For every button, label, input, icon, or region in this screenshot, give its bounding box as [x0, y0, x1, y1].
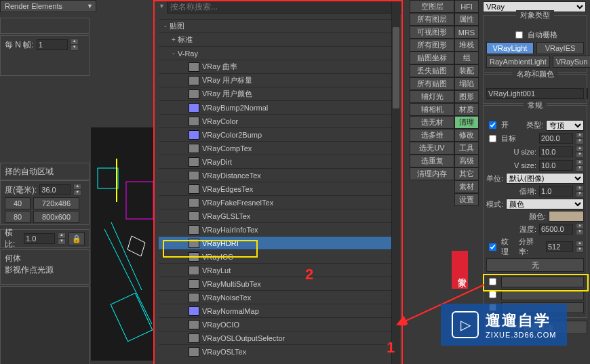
dropdown-icon[interactable]: ▼ [159, 3, 165, 9]
usize-input[interactable] [539, 146, 573, 157]
tool-button[interactable]: 选无材 [410, 116, 454, 129]
tree-node[interactable]: VRay 用户标量 [159, 73, 395, 87]
vrayies-button[interactable]: VRayIES [536, 42, 584, 54]
preset-button[interactable]: 720x486 [33, 197, 79, 209]
tool-button[interactable]: 贴图坐标 [410, 52, 454, 64]
type-select[interactable]: 穹顶 [546, 120, 584, 131]
tree-node[interactable]: +标准 [159, 33, 395, 46]
tool-button[interactable]: 所有图形 [410, 39, 454, 52]
tree-node[interactable]: VRayICC [159, 249, 395, 263]
tree-node[interactable]: VRayColor2Bump [159, 127, 395, 141]
preset-button[interactable]: 800x600 [33, 211, 79, 223]
search-input[interactable] [167, 0, 403, 14]
tree-node[interactable]: VRay 曲率 [159, 60, 395, 73]
spinner-up-icon[interactable]: ▲ [58, 232, 66, 239]
tree-node[interactable]: -V-Ray [159, 46, 395, 60]
tool-button[interactable]: MRS [454, 26, 479, 39]
tool-button[interactable]: 图形 [454, 90, 479, 103]
vraylight-button[interactable]: VRayLight [486, 42, 534, 54]
spinner-up-icon[interactable]: ▲ [576, 132, 584, 138]
target-checkbox[interactable] [489, 135, 496, 142]
tool-button[interactable]: 所有图层 [410, 13, 454, 26]
preset-button[interactable]: 80 [5, 211, 31, 223]
tree-node[interactable]: VRayOSLOutputSelector [159, 331, 395, 344]
guanjia-tag[interactable]: 管家 [452, 251, 468, 289]
target-input[interactable] [539, 133, 573, 144]
tree-node[interactable]: VRayHDRI [159, 236, 395, 249]
tree-node[interactable]: VRayHairInfoTex [159, 222, 395, 236]
tool-button[interactable]: 修改 [454, 129, 479, 142]
tree-node[interactable]: VRayFakeFresnelTex [159, 195, 395, 209]
tree-node[interactable]: VRayNoiseTex [159, 290, 395, 304]
resolution-input[interactable] [546, 241, 573, 252]
tool-button[interactable]: 清理 [454, 116, 479, 129]
nth-frame-input[interactable] [37, 39, 68, 50]
tool-button[interactable]: 设置 [454, 193, 479, 206]
tree-node[interactable]: VRayDistanceTex [159, 168, 395, 182]
tree-node[interactable]: VRayNormalMap [159, 304, 395, 317]
spinner-down-icon[interactable]: ▼ [576, 138, 584, 144]
tool-button[interactable]: 丢失贴图 [410, 64, 454, 77]
object-name-input[interactable] [486, 88, 584, 99]
tool-button[interactable]: 空图层 [410, 0, 454, 13]
color-swatch[interactable] [549, 211, 584, 222]
tool-button[interactable]: 其它 [454, 167, 479, 180]
tree-node[interactable]: VRayMultiSubTex [159, 277, 395, 290]
spinner-down-icon[interactable]: ▼ [71, 45, 79, 51]
tool-button[interactable]: HFI [454, 0, 479, 13]
tool-button[interactable]: 高级 [454, 155, 479, 167]
preset-button[interactable]: 40 [5, 197, 31, 209]
spinner-up-icon[interactable]: ▲ [73, 184, 81, 190]
vsize-input[interactable] [539, 160, 573, 171]
render-elements-rollout[interactable]: Render Elements ▼ [0, 0, 96, 12]
width-input[interactable] [39, 184, 71, 195]
vraysun-button[interactable]: VRaySun [553, 56, 590, 68]
lock-icon[interactable]: 🔒 [68, 232, 85, 245]
viewport[interactable] [91, 127, 163, 361]
mode-select[interactable]: 颜色 [506, 199, 584, 209]
spinner-down-icon[interactable]: ▼ [73, 190, 81, 196]
tool-button[interactable]: 组 [454, 52, 479, 64]
tool-button[interactable]: 可视图形 [410, 26, 454, 39]
tool-button[interactable]: 选多维 [410, 129, 454, 142]
multiplier-input[interactable] [539, 186, 573, 197]
tool-button[interactable]: 材质 [454, 103, 479, 116]
tool-button[interactable]: 清理内存 [410, 167, 454, 180]
tool-button[interactable]: 装配 [454, 64, 479, 77]
scrollbar[interactable] [391, 0, 400, 364]
tool-button[interactable]: 工具 [454, 142, 479, 155]
tree-node[interactable]: VRayOSLTex [159, 344, 395, 358]
texture-checkbox[interactable] [489, 243, 496, 251]
tool-button[interactable]: 素材 [454, 180, 479, 193]
tree-node[interactable]: -贴图 [159, 19, 395, 33]
texture-slot-button[interactable]: 无 [486, 258, 584, 272]
tree-node[interactable]: VRayDirt [159, 155, 395, 168]
tree-node[interactable]: VRayCompTex [159, 141, 395, 155]
map-slot-button[interactable] [501, 277, 584, 287]
tree-node[interactable]: VRayColor [159, 114, 395, 127]
tree-node[interactable]: VRayBump2Normal [159, 100, 395, 114]
tool-button[interactable]: 塌陷 [454, 77, 479, 90]
scroll-thumb[interactable] [393, 27, 399, 108]
vrayambient-button[interactable]: RayAmbientLight [486, 56, 550, 68]
tool-button[interactable]: 辅灯光 [410, 90, 454, 103]
object-color-swatch[interactable] [587, 88, 588, 99]
tool-button[interactable]: 选重复 [410, 155, 454, 167]
tree-node[interactable]: VRayEdgesTex [159, 182, 395, 195]
tool-button[interactable]: 所有贴图 [410, 77, 454, 90]
tree-node[interactable]: VRayLut [159, 263, 395, 277]
temperature-input[interactable] [539, 224, 573, 235]
aspect-input[interactable] [24, 233, 55, 244]
map-slot-button[interactable] [501, 289, 584, 300]
tool-button[interactable]: 堆栈 [454, 39, 479, 52]
tree-node[interactable]: VRayOCIO [159, 317, 395, 331]
spinner-down-icon[interactable]: ▼ [58, 239, 66, 245]
on-checkbox[interactable] [489, 121, 496, 129]
tool-button[interactable]: 辅相机 [410, 103, 454, 116]
tool-button[interactable]: 选无UV [410, 142, 454, 155]
tree-node[interactable]: VRay 用户颜色 [159, 87, 395, 100]
autogrid-checkbox[interactable] [515, 31, 523, 39]
unit-select[interactable]: 默认(图像) [506, 173, 584, 184]
tool-button[interactable]: 属性 [454, 13, 479, 26]
tree-node[interactable]: VRayGLSLTex [159, 209, 395, 222]
